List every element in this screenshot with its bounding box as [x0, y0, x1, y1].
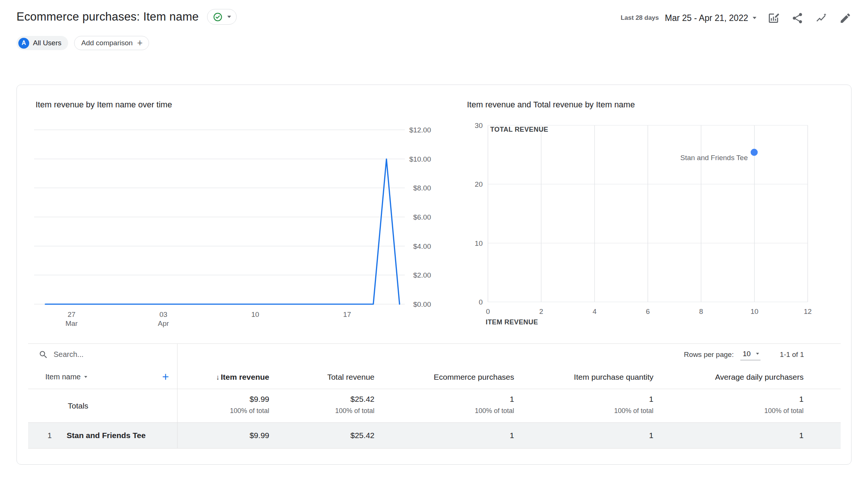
dimension-header-cell: Item name +	[28, 365, 177, 389]
column-header-item-purchase-quantity[interactable]: Item purchase quantity	[514, 373, 653, 382]
report-header: Ecommerce purchases: Item name	[16, 9, 237, 25]
cell-total-revenue: $25.42	[269, 431, 374, 440]
metric-headers: ↓Item revenue Total revenue Ecommerce pu…	[177, 365, 841, 389]
svg-text:10: 10	[750, 308, 758, 315]
add-column-button[interactable]: +	[162, 371, 169, 382]
totals-value: $9.99	[177, 395, 269, 404]
share-icon	[791, 12, 804, 24]
svg-text:Stan and Friends Tee: Stan and Friends Tee	[680, 154, 748, 162]
svg-text:10: 10	[251, 311, 259, 318]
insights-button[interactable]	[814, 11, 828, 25]
item-name: Stan and Friends Tee	[67, 431, 146, 440]
report-card: Item revenue by Item name over time Item…	[16, 85, 852, 465]
line-chart-title: Item revenue by Item name over time	[36, 100, 172, 110]
svg-text:$4.00: $4.00	[413, 242, 431, 250]
svg-text:ITEM REVENUE: ITEM REVENUE	[486, 318, 538, 326]
cell-item-purchase-quantity: 1	[514, 431, 653, 440]
report-status-dropdown[interactable]	[207, 9, 237, 25]
svg-text:20: 20	[475, 180, 483, 188]
insights-icon	[815, 12, 828, 24]
totals-value: 1	[374, 395, 514, 404]
chevron-down-icon	[84, 376, 87, 378]
svg-text:$6.00: $6.00	[413, 213, 431, 221]
table-totals-row: Totals $9.99 100% of total $25.42 100% o…	[28, 389, 841, 423]
table-search-box[interactable]	[28, 344, 177, 365]
svg-text:8: 8	[699, 308, 703, 315]
line-chart: $12.00$10.00$8.00$6.00$4.00$2.00$0.0027M…	[34, 119, 450, 333]
svg-text:30: 30	[475, 122, 483, 129]
totals-values: $9.99 100% of total $25.42 100% of total…	[177, 389, 841, 422]
column-header-label: Average daily purchasers	[715, 373, 804, 381]
svg-text:$10.00: $10.00	[409, 155, 431, 163]
item-name-cell: 1 Stan and Friends Tee	[28, 423, 177, 448]
column-header-label: Item revenue	[221, 373, 269, 381]
dimension-selector[interactable]: Item name	[45, 373, 81, 381]
all-users-segment-chip[interactable]: A All Users	[16, 36, 68, 50]
column-header-total-revenue[interactable]: Total revenue	[269, 373, 374, 382]
totals-percent: 100% of total	[653, 407, 804, 415]
column-header-label: Total revenue	[327, 373, 374, 381]
sort-descending-icon: ↓	[216, 373, 220, 381]
cell-average-daily-purchasers: 1	[653, 431, 804, 440]
totals-cell: $9.99 100% of total	[177, 395, 269, 422]
svg-text:0: 0	[479, 298, 483, 306]
svg-text:0: 0	[486, 308, 490, 315]
row-index: 1	[48, 431, 67, 440]
pagination-status: 1-1 of 1	[780, 351, 804, 359]
totals-percent: 100% of total	[177, 407, 269, 415]
comparison-chips: A All Users Add comparison +	[16, 36, 149, 50]
share-button[interactable]	[790, 11, 804, 25]
table-toolbar-row: Rows per page: 10 1-1 of 1	[28, 344, 841, 365]
segment-label: All Users	[33, 39, 61, 47]
add-comparison-label: Add comparison	[81, 39, 133, 47]
svg-text:10: 10	[475, 239, 483, 247]
chevron-down-icon	[227, 16, 231, 18]
column-header-average-daily-purchasers[interactable]: Average daily purchasers	[653, 373, 804, 382]
column-header-label: Ecommerce purchases	[434, 373, 514, 381]
totals-cell: $25.42 100% of total	[269, 395, 374, 422]
table-header-row: Item name + ↓Item revenue Total revenue …	[28, 365, 841, 389]
svg-text:17: 17	[343, 311, 351, 318]
totals-label: Totals	[68, 401, 88, 410]
scatter-chart: 0102030024681012TOTAL REVENUEITEM REVENU…	[465, 119, 817, 331]
svg-text:$2.00: $2.00	[413, 271, 431, 279]
segment-a-badge: A	[18, 38, 29, 49]
search-input[interactable]	[54, 350, 147, 359]
check-circle-icon	[213, 12, 223, 22]
rows-per-page-value: 10	[743, 350, 750, 358]
totals-percent: 100% of total	[374, 407, 514, 415]
svg-text:12: 12	[804, 308, 811, 315]
rows-per-page-label: Rows per page:	[684, 351, 734, 359]
totals-value: 1	[514, 395, 653, 404]
add-comparison-button[interactable]: Add comparison +	[74, 36, 149, 50]
totals-percent: 100% of total	[269, 407, 374, 415]
table-pagination-controls: Rows per page: 10 1-1 of 1	[177, 344, 841, 365]
customize-chart-button[interactable]	[766, 11, 780, 25]
rows-per-page-select[interactable]: 10	[740, 349, 760, 360]
totals-cell: 1 100% of total	[653, 395, 804, 422]
totals-percent: 100% of total	[514, 407, 653, 415]
svg-text:Apr: Apr	[158, 319, 169, 327]
page-title: Ecommerce purchases: Item name	[16, 10, 199, 24]
totals-value: 1	[653, 395, 804, 404]
chevron-down-icon	[753, 17, 756, 19]
table-row: 1 Stan and Friends Tee $9.99 $25.42 1 1 …	[28, 423, 841, 449]
cell-item-revenue: $9.99	[177, 431, 269, 440]
plus-icon: +	[137, 38, 143, 48]
column-header-item-revenue[interactable]: ↓Item revenue	[177, 373, 269, 382]
data-table: Rows per page: 10 1-1 of 1 Item name + ↓…	[28, 343, 841, 449]
header-controls: Last 28 days Mar 25 - Apr 21, 2022	[620, 10, 852, 26]
edit-report-button[interactable]	[838, 11, 852, 25]
search-icon	[39, 350, 48, 360]
svg-text:$12.00: $12.00	[409, 126, 431, 134]
svg-text:$8.00: $8.00	[413, 184, 431, 192]
column-header-ecommerce-purchases[interactable]: Ecommerce purchases	[374, 373, 514, 382]
date-range-preset-label: Last 28 days	[620, 14, 659, 22]
totals-cell: 1 100% of total	[514, 395, 653, 422]
row-values: $9.99 $25.42 1 1 1	[177, 423, 841, 448]
chevron-down-icon	[756, 353, 759, 355]
date-range-picker[interactable]: Mar 25 - Apr 21, 2022	[665, 13, 756, 23]
totals-label-cell: Totals	[28, 389, 177, 422]
svg-text:6: 6	[646, 308, 650, 315]
scatter-chart-title: Item revenue and Total revenue by Item n…	[467, 100, 635, 110]
